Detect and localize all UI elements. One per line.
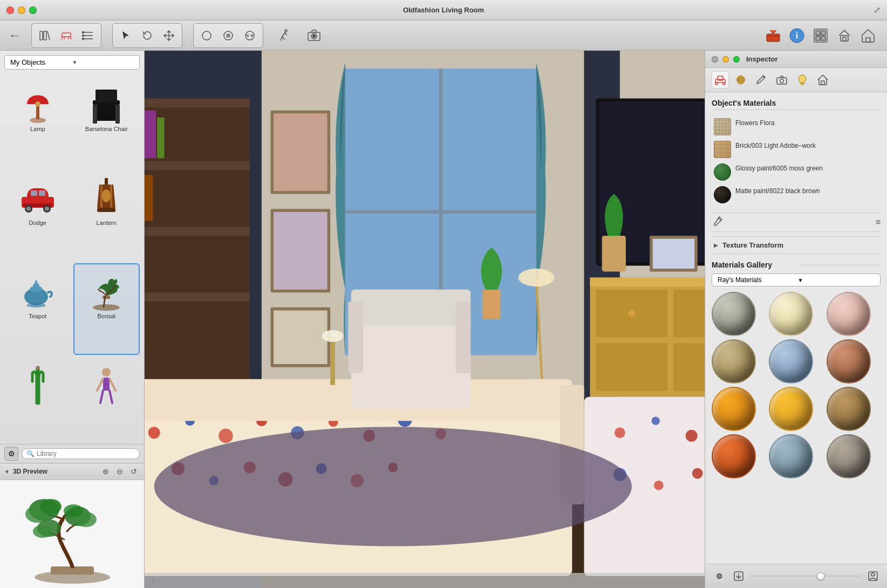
info-icon[interactable]: i (787, 25, 807, 46)
record-multi-button[interactable] (240, 26, 260, 45)
center-viewport[interactable]: ⋮ (145, 51, 705, 588)
rotate-tool[interactable] (138, 26, 157, 45)
swatch-blue-argyle[interactable] (769, 339, 813, 384)
library-icon[interactable] (35, 26, 54, 45)
package-icon[interactable] (763, 25, 783, 46)
object-item-figure[interactable] (73, 357, 140, 442)
slider-track[interactable] (750, 575, 861, 577)
svg-point-144 (686, 430, 698, 442)
svg-point-8 (202, 31, 211, 40)
object-item-bonsai[interactable]: Bonsai (73, 263, 140, 355)
camera-tool[interactable] (304, 26, 324, 45)
inspector-title-bar: Inspector (705, 51, 887, 68)
svg-rect-27 (843, 37, 846, 41)
tab-sphere[interactable] (732, 71, 749, 88)
chair-label: Barselona Chair (85, 126, 128, 132)
zoom-out-button[interactable]: ⊖ (114, 466, 126, 477)
lamp-icon (16, 81, 59, 125)
svg-point-167 (780, 79, 784, 83)
triangle-icon: ▼ (4, 469, 10, 475)
resize-icon[interactable]: ⤢ (874, 5, 881, 15)
object-item-lamp[interactable]: Lamp (4, 76, 71, 168)
bottom-gear-button[interactable]: ⚙ (712, 569, 727, 584)
swatch-brown-wood[interactable] (827, 387, 871, 431)
move-tool[interactable] (159, 26, 179, 45)
swatch-orange[interactable] (712, 387, 756, 431)
record-off-button[interactable] (197, 26, 216, 45)
tab-house[interactable] (814, 71, 831, 88)
swatch-gray-floral[interactable] (712, 292, 756, 336)
material-item-brick[interactable]: Brick/003 Light Adobe–work (712, 138, 881, 161)
swatch-steel-blue[interactable] (769, 434, 813, 478)
svg-point-53 (26, 303, 46, 307)
gallery-dropdown[interactable]: Ray's Materials ▼ (712, 274, 881, 286)
tab-camera[interactable] (773, 71, 790, 88)
bottom-import-button[interactable] (731, 569, 746, 584)
gear-button[interactable]: ⚙ (4, 447, 18, 461)
matte-swatch (714, 186, 731, 203)
swatch-cream-floral[interactable] (769, 292, 813, 336)
objects-dropdown[interactable]: My Objects ▼ (4, 55, 140, 70)
eyedropper-button[interactable] (712, 215, 724, 229)
material-item-glossy[interactable]: Glossy paint/6005 moss green (712, 161, 881, 183)
cursor-tool[interactable] (116, 26, 135, 45)
toolbar-right: i (763, 25, 878, 46)
glossy-name: Glossy paint/6005 moss green (735, 163, 823, 173)
home-layout-icon[interactable] (834, 25, 855, 46)
main-content: My Objects ▼ Lamp (0, 51, 887, 588)
zoom-in-button[interactable]: ⊕ (100, 466, 112, 477)
texture-transform-row[interactable]: ▶ Texture Transform (712, 236, 881, 254)
search-input[interactable] (37, 450, 135, 457)
bottom-person-button[interactable] (865, 569, 881, 584)
svg-rect-81 (145, 161, 250, 170)
bonsai-label: Bonsai (97, 313, 115, 319)
search-icon: 🔍 (26, 450, 35, 457)
tab-lightbulb[interactable] (794, 71, 811, 88)
tab-furniture[interactable] (712, 71, 729, 88)
list-icon[interactable] (78, 26, 98, 45)
material-item-flowers-flora[interactable]: Flowers Flora (712, 115, 881, 138)
svg-rect-52 (35, 281, 37, 284)
svg-rect-162 (718, 76, 723, 80)
slider-thumb[interactable] (817, 572, 824, 580)
rotate-preview-button[interactable]: ↺ (128, 466, 140, 477)
inspector-max-dot[interactable] (733, 56, 740, 63)
back-button[interactable]: ← (9, 29, 21, 43)
svg-point-148 (692, 468, 703, 479)
minimize-button[interactable] (18, 6, 25, 14)
walk-tool[interactable] (274, 26, 294, 45)
tab-pencil[interactable] (753, 71, 770, 88)
object-item-chair[interactable]: Barselona Chair (73, 76, 140, 168)
object-item-dodge[interactable]: Dodge (4, 170, 71, 262)
swatch-red-orange[interactable] (712, 434, 756, 478)
maximize-button[interactable] (29, 6, 37, 14)
window-controls[interactable] (6, 6, 37, 14)
close-button[interactable] (6, 6, 14, 14)
home-icon[interactable] (858, 25, 878, 46)
swatch-copper-wood[interactable] (827, 339, 871, 384)
object-item-lantern[interactable]: Lantern (73, 170, 140, 262)
inspector-panel: Inspector (705, 51, 887, 588)
swatch-pink-floral[interactable] (827, 292, 871, 336)
material-item-matte[interactable]: Matte paint/8022 black brown (712, 183, 881, 206)
swatch-yellow-orange[interactable] (769, 387, 813, 431)
svg-rect-25 (821, 36, 825, 40)
chair-icon[interactable] (57, 26, 76, 45)
svg-rect-149 (351, 313, 470, 409)
record-button[interactable] (219, 26, 238, 45)
svg-rect-102 (274, 212, 327, 290)
menu-icon[interactable]: ≡ (876, 217, 881, 227)
object-item-cactus[interactable] (4, 357, 71, 442)
svg-rect-88 (145, 111, 156, 159)
svg-point-155 (154, 427, 632, 546)
search-box[interactable]: 🔍 (22, 448, 140, 459)
inspector-min-dot[interactable] (722, 56, 729, 63)
inspector-bottom-bar: ⚙ (705, 564, 887, 588)
bonsai-icon (85, 269, 128, 312)
swatch-gray[interactable] (827, 434, 871, 478)
swatch-tan-damask[interactable] (712, 339, 756, 384)
svg-rect-161 (723, 83, 725, 85)
inspector-close-dot[interactable] (712, 56, 718, 63)
object-item-teapot[interactable]: Teapot (4, 263, 71, 355)
layout-icon[interactable] (810, 25, 831, 46)
